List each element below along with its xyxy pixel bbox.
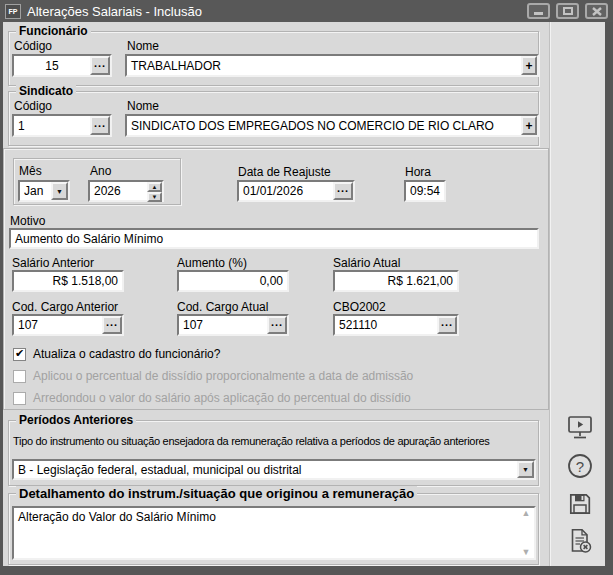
ellipsis-icon: ... <box>441 316 453 328</box>
sindicato-add-button[interactable]: + <box>521 116 537 135</box>
salario-atual-value: R$ 1.621,00 <box>335 274 457 288</box>
check-icon: ✔ <box>15 347 24 360</box>
funcionario-codigo-label: Código <box>14 39 52 53</box>
salario-anterior-field[interactable]: R$ 1.518,00 <box>12 270 124 292</box>
tipo-instrumento-select[interactable]: B - Legislação federal, estadual, munici… <box>12 459 536 480</box>
chevron-down-icon: ▼ <box>522 466 529 473</box>
checkbox-box: ✔ <box>13 348 26 361</box>
plus-icon: + <box>525 59 532 73</box>
mes-dropdown-button[interactable]: ▼ <box>51 182 68 200</box>
checkbox-aplicou-label: Aplicou o percentual de dissídio proporc… <box>33 369 413 383</box>
svg-text:?: ? <box>576 458 584 475</box>
sindicato-codigo-value: 1 <box>14 119 90 133</box>
tipo-instrumento-dropdown-button[interactable]: ▼ <box>517 461 534 478</box>
form-area: Funcionário Código Nome 15 ... TRABALHAD… <box>3 22 605 566</box>
cargo-anterior-field[interactable]: 107 ... <box>12 314 124 336</box>
help-button[interactable]: ? <box>563 450 597 482</box>
data-reajuste-label: Data de Reajuste <box>238 165 331 179</box>
funcionario-codigo-lookup-button[interactable]: ... <box>90 56 110 75</box>
checkbox-box <box>13 392 26 405</box>
detalhamento-group-label: Detalhamento do instrum./situação que or… <box>16 486 417 501</box>
cbo-field[interactable]: 521110 ... <box>333 314 459 336</box>
funcionario-group-label: Funcionário <box>16 24 91 38</box>
hora-field[interactable]: 09:54 <box>404 180 446 202</box>
ano-spin-buttons: ▲ ▼ <box>147 182 162 200</box>
ano-spinner[interactable]: 2026 ▲ ▼ <box>88 180 164 202</box>
aumento-field[interactable]: 0,00 <box>177 270 289 292</box>
detalhamento-textarea[interactable]: Alteração do Valor do Salário Mínimo ▲ ▼ <box>12 506 536 560</box>
save-button[interactable] <box>563 488 597 520</box>
periodos-anteriores-group-label: Períodos Anteriores <box>16 413 136 427</box>
sindicato-codigo-label: Código <box>14 99 52 113</box>
ellipsis-icon: ... <box>106 316 118 328</box>
sindicato-codigo-field[interactable]: 1 ... <box>12 114 112 137</box>
plus-icon: + <box>525 119 532 133</box>
ellipsis-icon: ... <box>337 182 349 194</box>
action-sidebar: ? <box>549 22 605 566</box>
data-reajuste-value: 01/01/2026 <box>239 184 333 198</box>
window-title: Alterações Salariais - Inclusão <box>27 4 202 19</box>
scroll-down-icon: ▼ <box>522 548 531 557</box>
cargo-atual-field[interactable]: 107 ... <box>177 314 289 336</box>
close-button[interactable] <box>585 3 608 19</box>
cargo-anterior-value: 107 <box>14 318 102 332</box>
checkbox-arredondou-salario: Arredondou o valor do salário após aplic… <box>13 391 411 405</box>
cbo-lookup-button[interactable]: ... <box>437 316 457 334</box>
checkbox-arredondou-label: Arredondou o valor do salário após aplic… <box>33 391 411 405</box>
funcionario-add-button[interactable]: + <box>521 56 537 75</box>
maximize-button[interactable] <box>556 3 579 19</box>
spin-down-icon: ▼ <box>152 194 158 200</box>
cargo-atual-lookup-button[interactable]: ... <box>267 316 287 334</box>
tipo-instrumento-label: Tipo do instrumento ou situação ensejado… <box>13 435 490 447</box>
cbo-label: CBO2002 <box>333 300 386 314</box>
salario-atual-field[interactable]: R$ 1.621,00 <box>333 270 459 292</box>
cargo-atual-label: Cod. Cargo Atual <box>177 300 268 314</box>
document-cancel-icon <box>566 527 594 555</box>
checkbox-atualiza-cadastro[interactable]: ✔ Atualiza o cadastro do funcionário? <box>13 347 220 361</box>
mes-select[interactable]: Jan ▼ <box>18 180 70 202</box>
mes-label: Mês <box>19 164 42 178</box>
salario-anterior-value: R$ 1.518,00 <box>14 274 122 288</box>
hora-label: Hora <box>405 165 431 179</box>
funcionario-nome-field[interactable]: TRABALHADOR + <box>125 54 539 77</box>
titlebar: FP Alterações Salariais - Inclusão <box>0 0 613 22</box>
funcionario-codigo-value: 15 <box>14 59 90 73</box>
salario-atual-label: Salário Atual <box>333 256 400 270</box>
sindicato-nome-label: Nome <box>127 99 159 113</box>
funcionario-codigo-field[interactable]: 15 ... <box>12 54 112 77</box>
cargo-anterior-label: Cod. Cargo Anterior <box>12 300 118 314</box>
close-icon <box>592 7 602 16</box>
window-controls <box>527 3 608 19</box>
spin-down-button[interactable]: ▼ <box>147 192 162 202</box>
aumento-value: 0,00 <box>179 274 287 288</box>
floppy-disk-icon <box>566 490 594 518</box>
motivo-field[interactable]: Aumento do Salário Mínimo <box>9 228 539 249</box>
motivo-label: Motivo <box>10 214 45 228</box>
checkbox-aplicou-dissidio: Aplicou o percentual de dissídio proporc… <box>13 369 413 383</box>
checkbox-box <box>13 370 26 383</box>
aumento-label: Aumento (%) <box>177 256 247 270</box>
sindicato-nome-value: SINDICATO DOS EMPREGADOS NO COMERCIO DE … <box>127 119 521 133</box>
scroll-up-icon: ▲ <box>522 509 531 518</box>
textarea-scrollbar[interactable]: ▲ ▼ <box>518 508 534 558</box>
cargo-anterior-lookup-button[interactable]: ... <box>102 316 122 334</box>
ano-value: 2026 <box>90 184 147 198</box>
chevron-down-icon: ▼ <box>56 188 63 195</box>
funcionario-nome-label: Nome <box>127 39 159 53</box>
cancel-button[interactable] <box>563 525 597 557</box>
mes-value: Jan <box>20 184 51 198</box>
question-circle-icon: ? <box>566 452 594 480</box>
hora-value: 09:54 <box>406 184 444 198</box>
data-reajuste-lookup-button[interactable]: ... <box>333 182 353 200</box>
sindicato-nome-field[interactable]: SINDICATO DOS EMPREGADOS NO COMERCIO DE … <box>125 114 539 137</box>
ano-label: Ano <box>90 164 111 178</box>
detalhamento-value: Alteração do Valor do Salário Mínimo <box>14 508 518 526</box>
minimize-button[interactable] <box>527 3 550 19</box>
minimize-icon <box>534 12 543 15</box>
sindicato-codigo-lookup-button[interactable]: ... <box>90 116 110 135</box>
presentation-button[interactable] <box>563 412 597 444</box>
checkbox-atualiza-label: Atualiza o cadastro do funcionário? <box>33 347 220 361</box>
data-reajuste-field[interactable]: 01/01/2026 ... <box>237 180 355 202</box>
dialog-window: FP Alterações Salariais - Inclusão Funci… <box>0 0 613 575</box>
spin-up-button[interactable]: ▲ <box>147 182 162 192</box>
